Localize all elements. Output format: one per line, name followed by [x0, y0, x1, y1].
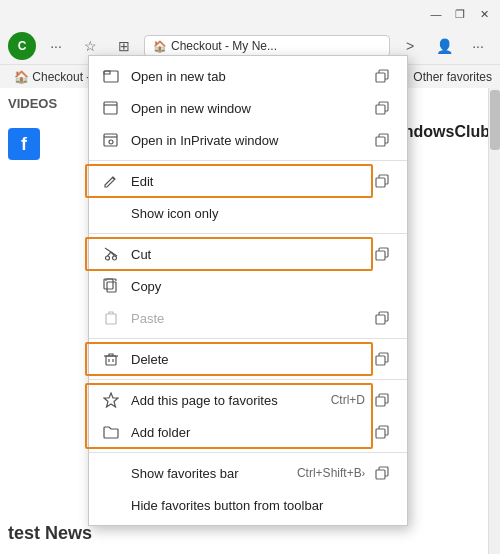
menu-item-edit[interactable]: Edit	[89, 165, 407, 197]
folder-icon	[101, 422, 121, 442]
menu-shortcut-show-favorites-bar: Ctrl+Shift+B	[297, 466, 362, 480]
menu-label-paste: Paste	[131, 311, 365, 326]
menu-item-cut[interactable]: Cut	[89, 238, 407, 270]
menu-item-add-folder[interactable]: Add folder	[89, 416, 407, 448]
menu-label-add-to-favorites: Add this page to favorites	[131, 393, 323, 408]
page-icon: 🏠	[153, 40, 167, 53]
other-favorites-label: Other favorites	[413, 70, 492, 84]
right-icon-delete	[373, 350, 391, 368]
scrollbar[interactable]	[488, 88, 500, 554]
right-icon-open-new-window	[373, 99, 391, 117]
other-favorites[interactable]: 📁 Other favorites	[395, 70, 492, 84]
-icon	[101, 463, 121, 483]
menu-item-show-favorites-bar[interactable]: Show favorites barCtrl+Shift+B›	[89, 457, 407, 489]
tab-icon	[101, 66, 121, 86]
edit-icon	[101, 171, 121, 191]
svg-rect-28	[376, 397, 385, 406]
menu-icon[interactable]: ···	[464, 32, 492, 60]
right-icon-open-new-tab	[373, 67, 391, 85]
menu-item-open-inprivate[interactable]: Open in InPrivate window	[89, 124, 407, 156]
menu-label-open-new-window: Open in new window	[131, 101, 365, 116]
right-icon-show-favorites-bar	[373, 464, 391, 482]
menu-label-hide-favorites-btn: Hide favorites button from toolbar	[131, 498, 391, 513]
svg-point-12	[106, 256, 110, 260]
svg-rect-10	[376, 137, 385, 146]
svg-point-9	[109, 140, 113, 144]
-icon	[101, 203, 121, 223]
menu-label-copy: Copy	[131, 279, 391, 294]
svg-rect-26	[376, 356, 385, 365]
paste-icon	[101, 308, 121, 328]
menu-item-show-icon-only[interactable]: Show icon only	[89, 197, 407, 229]
svg-rect-20	[106, 314, 116, 324]
svg-rect-2	[104, 71, 118, 82]
svg-line-16	[105, 248, 117, 256]
menu-label-edit: Edit	[131, 174, 365, 189]
window-icon	[101, 98, 121, 118]
menu-item-open-new-tab[interactable]: Open in new tab	[89, 60, 407, 92]
menu-item-add-to-favorites[interactable]: Add this page to favoritesCtrl+D	[89, 384, 407, 416]
restore-button[interactable]: ❐	[452, 6, 468, 22]
svg-rect-19	[104, 279, 113, 289]
address-bar[interactable]: 🏠 Checkout - My Ne...	[144, 35, 390, 57]
svg-rect-22	[106, 356, 116, 365]
svg-rect-29	[376, 429, 385, 438]
menu-label-open-new-tab: Open in new tab	[131, 69, 365, 84]
menu-separator	[89, 452, 407, 453]
menu-item-paste[interactable]: Paste	[89, 302, 407, 334]
menu-separator	[89, 160, 407, 161]
-icon	[101, 495, 121, 515]
svg-rect-11	[376, 178, 385, 187]
scrollbar-thumb[interactable]	[490, 90, 500, 150]
menu-label-delete: Delete	[131, 352, 365, 367]
menu-separator	[89, 379, 407, 380]
svg-rect-30	[376, 470, 385, 479]
menu-separator	[89, 338, 407, 339]
right-icon-edit	[373, 172, 391, 190]
right-icon-cut	[373, 245, 391, 263]
profile-icon[interactable]: 👤	[430, 32, 458, 60]
menu-item-delete[interactable]: Delete	[89, 343, 407, 375]
star-icon	[101, 390, 121, 410]
svg-rect-4	[104, 102, 117, 114]
svg-rect-21	[376, 315, 385, 324]
svg-rect-17	[376, 251, 385, 260]
videos-label: VIDEOS	[8, 96, 57, 111]
right-icon-add-folder	[373, 423, 391, 441]
refresh-icon[interactable]: C	[8, 32, 36, 60]
svg-point-13	[113, 256, 117, 260]
delete-icon	[101, 349, 121, 369]
menu-label-cut: Cut	[131, 247, 365, 262]
more-tools-icon[interactable]: ···	[42, 32, 70, 60]
menu-item-open-new-window[interactable]: Open in new window	[89, 92, 407, 124]
svg-rect-6	[376, 105, 385, 114]
menu-item-copy[interactable]: Copy	[89, 270, 407, 302]
address-text: Checkout - My Ne...	[171, 39, 277, 53]
inprivate-icon	[101, 130, 121, 150]
right-icon-paste	[373, 309, 391, 327]
copy-icon	[101, 276, 121, 296]
latest-news-label: test News	[8, 523, 92, 544]
menu-item-hide-favorites-btn[interactable]: Hide favorites button from toolbar	[89, 489, 407, 521]
cut-icon	[101, 244, 121, 264]
right-icon-open-inprivate	[373, 131, 391, 149]
menu-shortcut-add-to-favorites: Ctrl+D	[331, 393, 365, 407]
menu-label-show-favorites-bar: Show favorites bar	[131, 466, 289, 481]
facebook-icon: f	[8, 128, 40, 160]
svg-line-14	[108, 252, 112, 256]
title-bar: — ❐ ✕	[0, 0, 500, 28]
menu-label-show-icon-only: Show icon only	[131, 206, 391, 221]
context-menu: Open in new tabOpen in new windowOpen in…	[88, 55, 408, 526]
right-icon-add-to-favorites	[373, 391, 391, 409]
svg-marker-27	[104, 393, 118, 407]
menu-separator	[89, 233, 407, 234]
submenu-arrow-show-favorites-bar: ›	[362, 468, 365, 479]
close-button[interactable]: ✕	[476, 6, 492, 22]
menu-label-add-folder: Add folder	[131, 425, 365, 440]
minimize-button[interactable]: —	[428, 6, 444, 22]
svg-rect-3	[376, 73, 385, 82]
svg-rect-18	[107, 282, 116, 292]
menu-label-open-inprivate: Open in InPrivate window	[131, 133, 365, 148]
